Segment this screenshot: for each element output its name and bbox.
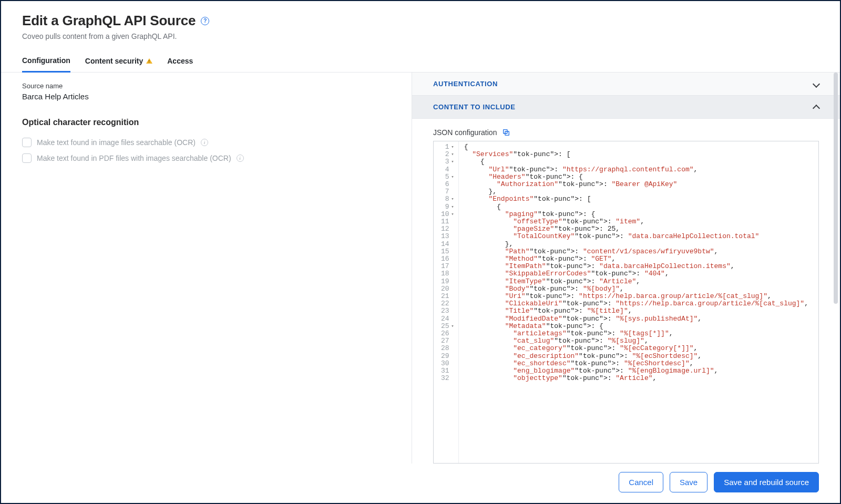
ocr-image-label: Make text found in image files searchabl… (37, 138, 196, 147)
tabs: Configuration Content security Access (1, 52, 840, 73)
tab-configuration[interactable]: Configuration (22, 52, 70, 73)
source-name-value: Barca Help Articles (22, 92, 391, 101)
page-subtitle: Coveo pulls content from a given GraphQL… (22, 32, 819, 40)
help-icon[interactable]: ? (201, 17, 209, 25)
accordion-title: CONTENT TO INCLUDE (433, 103, 515, 111)
tab-label: Content security (85, 57, 143, 65)
copy-icon[interactable] (502, 128, 510, 137)
scrollbar-thumb[interactable] (834, 73, 838, 304)
authentication-accordion[interactable]: AUTHENTICATION (412, 73, 840, 96)
chevron-up-icon (813, 104, 820, 111)
json-config-label: JSON configuration (433, 128, 497, 137)
cancel-button[interactable]: Cancel (619, 472, 663, 492)
accordion-title: AUTHENTICATION (433, 80, 498, 88)
right-panel: AUTHENTICATION CONTENT TO INCLUDE JSON c… (412, 73, 840, 464)
ocr-image-row: Make text found in image files searchabl… (22, 135, 391, 150)
editor-code[interactable]: { "Services""tok-punc">: [ { "Url""tok-p… (459, 141, 818, 463)
warning-icon (146, 58, 152, 64)
left-panel: Source name Barca Help Articles Optical … (1, 73, 412, 464)
save-button[interactable]: Save (670, 472, 707, 492)
ocr-pdf-label: Make text found in PDF files with images… (37, 154, 231, 162)
info-icon[interactable]: i (201, 139, 208, 146)
page-title: Edit a GraphQL API Source (22, 13, 196, 29)
info-icon[interactable]: i (237, 155, 244, 162)
tab-content-security[interactable]: Content security (85, 52, 152, 72)
save-rebuild-button[interactable]: Save and rebuild source (714, 472, 819, 492)
ocr-image-checkbox[interactable] (22, 138, 32, 147)
content-to-include-accordion[interactable]: CONTENT TO INCLUDE (412, 96, 840, 119)
tab-label: Access (167, 57, 193, 65)
ocr-section-heading: Optical character recognition (22, 118, 391, 127)
tab-access[interactable]: Access (167, 52, 193, 72)
source-name-label: Source name (22, 82, 391, 90)
footer: Cancel Save Save and rebuild source (1, 464, 840, 503)
chevron-down-icon (813, 80, 820, 87)
tab-label: Configuration (22, 56, 70, 65)
json-editor[interactable]: 1▾2▾3▾45▾678▾9▾10▾1112131415161718192021… (433, 141, 819, 464)
editor-gutter: 1▾2▾3▾45▾678▾9▾10▾1112131415161718192021… (434, 141, 459, 463)
ocr-pdf-checkbox[interactable] (22, 153, 32, 163)
ocr-pdf-row: Make text found in PDF files with images… (22, 150, 391, 166)
